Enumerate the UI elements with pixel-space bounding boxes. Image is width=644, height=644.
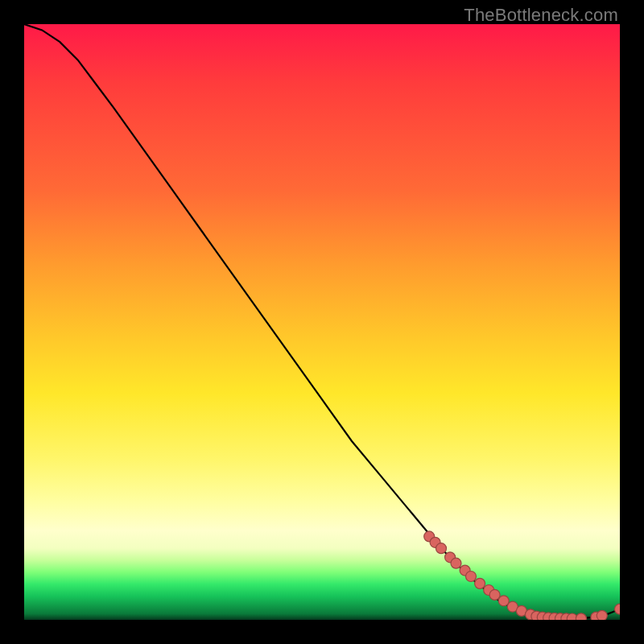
data-marker — [475, 578, 485, 588]
data-marker — [615, 604, 621, 614]
data-marker — [597, 610, 607, 620]
data-marker — [466, 571, 477, 581]
data-marker — [436, 543, 447, 554]
data-marker — [489, 589, 500, 600]
chart-frame: TheBottleneck.com — [0, 0, 644, 644]
chart-svg — [24, 24, 620, 620]
plot-area — [24, 24, 620, 620]
data-marker — [451, 558, 461, 568]
data-marker — [498, 596, 509, 606]
data-markers — [424, 531, 620, 620]
data-marker — [576, 613, 586, 620]
watermark-text: TheBottleneck.com — [464, 5, 618, 26]
bottleneck-curve — [24, 24, 620, 619]
